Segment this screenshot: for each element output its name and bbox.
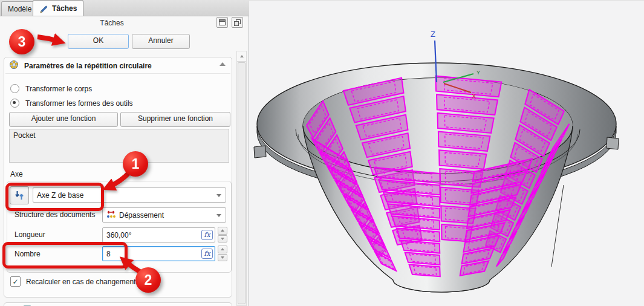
step-1-badge: 1 xyxy=(123,151,148,177)
count-spinner[interactable] xyxy=(218,246,227,261)
flange-notch-right xyxy=(607,137,619,149)
cancel-button[interactable]: Annuler xyxy=(132,34,190,49)
remove-function-button[interactable]: Supprimer une fonction xyxy=(120,112,230,127)
radio-row-transform-tools[interactable]: Transformer les formes des outils xyxy=(10,99,133,108)
flange-notch-left xyxy=(254,146,266,158)
radio-transform-tools-label: Transformer les formes des outils xyxy=(25,99,133,108)
tab-tasks[interactable]: Tâches xyxy=(33,0,83,16)
highlight-axis-selection xyxy=(5,183,104,211)
spin-up-icon[interactable] xyxy=(218,246,227,253)
chevron-down-icon xyxy=(216,194,221,197)
radio-transform-tools[interactable] xyxy=(10,99,19,108)
tab-bar: Modèle Tâches xyxy=(0,0,249,16)
highlight-count-field xyxy=(2,242,128,269)
chevron-down-icon xyxy=(216,214,221,217)
float-window-icon[interactable] xyxy=(232,17,243,28)
collapse-group-icon[interactable] xyxy=(220,62,226,66)
feature-list-item[interactable]: Pocket xyxy=(13,131,225,140)
tab-tasks-label: Tâches xyxy=(52,1,77,16)
spin-down-icon[interactable] xyxy=(218,235,227,243)
structure-label: Structure des documents xyxy=(15,210,95,219)
formula-fx-button[interactable]: fx xyxy=(201,230,213,240)
step-2-badge: 2 xyxy=(135,267,161,293)
structure-select[interactable]: Dépassement xyxy=(102,207,226,223)
x-axis-label: X xyxy=(472,93,476,100)
length-label: Longueur xyxy=(15,230,45,239)
pencil-icon xyxy=(39,4,48,13)
radio-transform-body-label: Transformer le corps xyxy=(25,85,92,93)
recalc-row[interactable]: ✓ Recalculer en cas de changement xyxy=(10,276,135,287)
3d-viewport[interactable]: Z Y X xyxy=(249,0,644,306)
ok-button[interactable]: OK xyxy=(68,34,129,49)
radio-transform-body[interactable] xyxy=(10,84,19,93)
formula-fx-button[interactable]: fx xyxy=(201,249,213,259)
scrollbar-thumb[interactable] xyxy=(238,62,246,304)
panel-scrollbar[interactable] xyxy=(236,51,247,306)
feature-list[interactable]: Pocket xyxy=(9,129,229,163)
add-function-button[interactable]: Ajouter une fonction xyxy=(9,112,118,127)
radio-row-transform-body[interactable]: Transformer le corps xyxy=(10,84,92,93)
body-seam xyxy=(551,185,564,267)
axis-section-label: Axe xyxy=(10,170,23,178)
y-axis-label: Y xyxy=(476,70,480,76)
circular-pattern-icon xyxy=(9,60,19,71)
z-axis-label: Z xyxy=(431,30,435,39)
length-field[interactable]: 360,00° fx xyxy=(102,227,215,243)
structure-select-value: Dépassement xyxy=(119,211,164,220)
recalc-checkbox[interactable]: ✓ xyxy=(10,276,21,287)
spin-down-icon[interactable] xyxy=(218,254,227,262)
group-title: Paramètres de la répétition circulaire xyxy=(24,62,152,70)
scroll-up-icon[interactable] xyxy=(237,51,246,62)
length-value: 360,00° xyxy=(106,231,132,239)
step-3-badge: 3 xyxy=(9,29,34,54)
length-spinner[interactable] xyxy=(218,227,227,243)
recalc-label: Recalculer en cas de changement xyxy=(26,278,135,286)
dock-window-icon[interactable] xyxy=(216,17,228,28)
model-view: Z Y X xyxy=(249,1,644,306)
spin-up-icon[interactable] xyxy=(218,227,227,235)
next-group-partial xyxy=(4,302,232,306)
panel-title: Tâches xyxy=(0,19,224,27)
overshoot-icon xyxy=(106,210,115,220)
